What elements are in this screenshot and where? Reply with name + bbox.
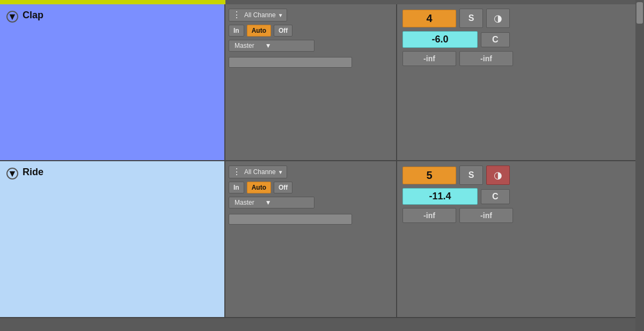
master-arrow-icon: ▼	[265, 42, 272, 49]
volume-row-ride: -11.4C	[402, 188, 639, 205]
dropdown-arrow-icon: ▼	[278, 12, 283, 18]
track-label-clap: ▼Clap	[0, 4, 225, 160]
track-label-ride: ▼Ride	[0, 161, 225, 317]
master-dropdown-ride[interactable]: Master▼	[229, 197, 314, 208]
progress-bar-ride[interactable]	[229, 214, 352, 225]
auto-button-ride[interactable]: Auto	[247, 182, 271, 193]
track-num-row-ride: 5S◑	[402, 166, 639, 185]
track-row-clap: ▼Clap⋮All Channe▼InAutoOffMaster▼4S◑-6.0…	[0, 4, 644, 161]
track-number-ride[interactable]: 5	[402, 167, 456, 184]
phase-button-clap[interactable]: ◑	[486, 9, 510, 28]
pan-button-clap[interactable]: C	[481, 32, 510, 47]
channel-row-ride: ⋮All Channe▼	[229, 166, 393, 178]
inf1-button-clap[interactable]: -inf	[402, 51, 456, 66]
top-yellow-bar	[0, 0, 225, 4]
inf2-button-ride[interactable]: -inf	[459, 208, 513, 223]
volume-value-ride[interactable]: -11.4	[402, 188, 478, 205]
progress-row-clap	[229, 55, 393, 68]
chevron-down-icon-clap[interactable]: ▼	[6, 11, 18, 23]
routing-row-ride: Master▼	[229, 197, 393, 208]
track-name-ride: Ride	[23, 167, 43, 178]
track-controls-clap: ⋮All Channe▼InAutoOffMaster▼	[225, 4, 397, 160]
track-num-row-clap: 4S◑	[402, 9, 639, 28]
track-name-clap: Clap	[23, 10, 43, 21]
track-meters-ride: 5S◑-11.4C-inf-inf	[397, 161, 644, 317]
progress-bar-clap[interactable]	[229, 57, 352, 68]
progress-row-ride	[229, 212, 393, 225]
master-label: Master	[235, 42, 254, 49]
solo-button-ride[interactable]: S	[459, 166, 483, 185]
mode-row-clap: InAutoOff	[229, 25, 393, 37]
routing-row-clap: Master▼	[229, 40, 393, 52]
track-controls-ride: ⋮All Channe▼InAutoOffMaster▼	[225, 161, 397, 317]
track-row-ride: ▼Ride⋮All Channe▼InAutoOffMaster▼5S◑-11.…	[0, 161, 644, 318]
dots-icon: ⋮	[232, 11, 241, 19]
mode-row-ride: InAutoOff	[229, 182, 393, 193]
channel-label: All Channe	[244, 168, 276, 176]
phase-button-ride[interactable]: ◑	[486, 166, 510, 185]
inf-row-ride: -inf-inf	[402, 208, 639, 223]
scrollbar-ride[interactable]	[635, 0, 644, 331]
off-button-clap[interactable]: Off	[274, 25, 292, 37]
master-label: Master	[235, 199, 254, 206]
dots-icon: ⋮	[232, 168, 241, 176]
track-meters-clap: 4S◑-6.0C-inf-inf	[397, 4, 644, 160]
scrollbar-thumb-ride	[636, 2, 643, 24]
channel-label: All Channe	[244, 11, 276, 19]
track-number-clap[interactable]: 4	[402, 10, 456, 27]
in-button-ride[interactable]: In	[229, 182, 244, 193]
channel-dropdown-ride[interactable]: ⋮All Channe▼	[229, 166, 287, 178]
tracks-container: ▼Clap⋮All Channe▼InAutoOffMaster▼4S◑-6.0…	[0, 4, 644, 318]
inf-row-clap: -inf-inf	[402, 51, 639, 66]
channel-dropdown-clap[interactable]: ⋮All Channe▼	[229, 9, 287, 21]
in-button-clap[interactable]: In	[229, 25, 244, 37]
main-container: ▼Clap⋮All Channe▼InAutoOffMaster▼4S◑-6.0…	[0, 0, 644, 331]
inf1-button-ride[interactable]: -inf	[402, 208, 456, 223]
off-button-ride[interactable]: Off	[274, 182, 292, 193]
master-dropdown-clap[interactable]: Master▼	[229, 40, 314, 52]
channel-row-clap: ⋮All Channe▼	[229, 9, 393, 21]
auto-button-clap[interactable]: Auto	[247, 25, 271, 37]
pan-button-ride[interactable]: C	[481, 189, 510, 204]
solo-button-clap[interactable]: S	[459, 9, 483, 28]
dropdown-arrow-icon: ▼	[278, 169, 283, 175]
inf2-button-clap[interactable]: -inf	[459, 51, 513, 66]
master-arrow-icon: ▼	[265, 199, 272, 206]
volume-row-clap: -6.0C	[402, 31, 639, 48]
chevron-down-icon-ride[interactable]: ▼	[6, 168, 18, 179]
volume-value-clap[interactable]: -6.0	[402, 31, 478, 48]
